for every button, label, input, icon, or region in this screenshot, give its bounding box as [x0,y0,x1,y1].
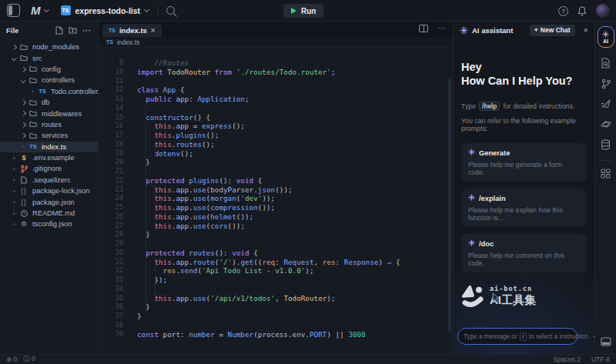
errors-indicator[interactable]: ⊗ 0 [6,356,17,363]
tab-index-ts[interactable]: TS index.ts × [102,24,162,37]
code-line-24[interactable]: 24 this.app.use(morgan('dev')); [99,194,453,203]
tree-file-package-lock.json[interactable]: {}package-lock.json [0,185,98,196]
code-line-12[interactable]: 12class App { [99,85,453,95]
ts-icon: TS [106,39,113,45]
file-label: node_modules [32,43,79,51]
toggle-panel-icon[interactable] [601,337,611,346]
close-icon[interactable]: × [584,25,588,35]
prompt-card-explain[interactable]: /explainPlease help me explain how this … [461,189,587,227]
code-line-32[interactable]: 32 res.send('Api Todo List - v1.0.0'); [99,266,453,276]
code-line-10[interactable]: 10import TodoRouter from './routes/Todo.… [99,68,453,77]
file-label: README.md [32,209,75,217]
database-icon[interactable] [601,139,611,150]
code-line-23[interactable]: 23 this.app.use(bodyParser.json()); [99,185,453,195]
logo-chevron-down-icon[interactable] [43,7,49,12]
tree-folder-db[interactable]: db [0,97,98,108]
tree-file-.sequelizerc[interactable]: .sequelizerc [0,175,98,185]
chevron-right-icon [21,111,25,115]
new-folder-icon[interactable] [69,26,77,34]
breadcrumb[interactable]: TS index.ts [99,37,453,48]
prompt-card-Generate[interactable]: GeneratePlease help me generate a form c… [461,143,587,182]
tree-file-README.md[interactable]: ?README.md [0,208,98,219]
tree-folder-middlewares[interactable]: middlewares [0,108,98,119]
git-branch-icon[interactable] [601,78,611,89]
line-number: 28 [99,230,123,239]
code-line-37[interactable]: 37} [99,312,453,321]
help-icon[interactable]: ? [558,6,568,16]
sparkle-icon [602,31,609,38]
encoding-setting[interactable]: UTF-8 [591,356,610,363]
tree-folder-controllers[interactable]: controllers [0,75,98,85]
code-line-18[interactable]: 18 this.routes(); [99,140,453,149]
line-number: 36 [99,302,123,312]
code-line-13[interactable]: 13 public app: Application; [99,95,453,104]
tree-file-.gitignore[interactable]: .gitignore [0,163,98,174]
run-button[interactable]: Run [283,4,323,18]
tree-file-index.ts[interactable]: TSindex.ts [0,142,98,152]
code-line-28[interactable]: 28 } [99,230,453,239]
code-line-29[interactable]: 29 [99,239,453,249]
code-line-9[interactable]: 9 //Routes [99,58,453,68]
file-label: config [42,65,61,73]
apps-grid-icon[interactable] [601,169,611,179]
tab-close-icon[interactable]: × [151,27,156,35]
breadcrumb-file: index.ts [117,38,139,46]
file-dot [13,190,15,192]
code-line-26[interactable]: 26 this.app.use(helmet()); [99,212,453,222]
code-area[interactable]: 9 //Routes10import TodoRouter from './ro… [99,48,453,354]
code-line-21[interactable]: 21 [99,167,453,176]
tree-file-tsconfig.json[interactable]: ⚙tsconfig.json [0,219,98,229]
code-line-14[interactable]: 14 [99,104,453,113]
deploy-icon[interactable] [601,99,611,109]
avatar[interactable] [596,4,610,18]
file-search-icon[interactable] [601,58,611,68]
code-line-33[interactable]: 33 }); [99,276,453,285]
code-line-35[interactable]: 35 this.app.use('/api/v1/todos', TodoRou… [99,294,453,303]
editor-scrollbar[interactable] [448,78,451,332]
code-line-30[interactable]: 30 protected routes(): void { [99,249,453,258]
planet-icon[interactable] [601,119,611,129]
project-selector[interactable]: TS express-todo-list [61,5,149,15]
code-line-11[interactable]: 11 [99,77,453,86]
chat-input[interactable]: Type a message or / to select a instruct… [457,328,578,345]
file-dot [13,201,15,203]
divider [158,6,159,15]
new-file-icon[interactable] [55,26,63,35]
tree-folder-node_modules[interactable]: node_modules [0,42,98,52]
indentation-setting[interactable]: Spaces:2 [553,356,580,363]
code-line-17[interactable]: 17 this.plugins(); [99,131,453,140]
tree-file-.env.example[interactable]: $.env.example [0,152,98,163]
code-line-22[interactable]: 22 protected plugins(): void { [99,176,453,185]
prompt-card-doc[interactable]: /docPlease help me comment on this code. [461,234,587,272]
explorer-more-icon[interactable]: ⋯ [82,27,92,33]
code-line-36[interactable]: 36 } [99,302,453,312]
code-line-39[interactable]: 39const port: number = Number(process.en… [99,330,453,339]
code-line-19[interactable]: 19 dotenv(); [99,149,453,159]
split-editor-icon[interactable] [419,25,428,32]
app-logo[interactable]: M [31,4,40,17]
code-line-27[interactable]: 27 this.app.use(cors()); [99,222,453,231]
info-indicator[interactable]: ⓘ 0 [23,355,35,364]
code-line-15[interactable]: 15 constructor() { [99,113,453,122]
tree-folder-routes[interactable]: routes [0,119,98,130]
editor-more-icon[interactable]: ⋯ [437,25,447,32]
tree-folder-config[interactable]: config [0,64,98,75]
search-icon[interactable] [166,6,175,15]
plus-icon: + [534,26,538,34]
tree-file-package.json[interactable]: {}package.json [0,196,98,207]
new-chat-button[interactable]: + New Chat [530,25,575,36]
code-line-31[interactable]: 31 this.app.route('/').get((req: Request… [99,258,453,267]
sidebar-toggle-icon[interactable] [7,4,20,17]
tree-file-Todo.controller.ts[interactable]: TSTodo.controller.ts [0,86,98,97]
tree-folder-src[interactable]: src [0,52,98,63]
line-number: 35 [99,294,123,303]
tree-folder-services[interactable]: services [0,130,98,141]
code-line-20[interactable]: 20 } [99,158,453,167]
code-line-25[interactable]: 25 this.app.use(compression()); [99,203,453,212]
code-line-16[interactable]: 16 this.app = express(); [99,122,453,131]
rail-ai-assistant-button[interactable]: AI [598,26,614,48]
bell-icon[interactable] [578,6,587,16]
prompt-title: /doc [479,240,494,248]
code-line-34[interactable]: 34 [99,285,453,294]
code-line-38[interactable]: 38 [99,321,453,330]
